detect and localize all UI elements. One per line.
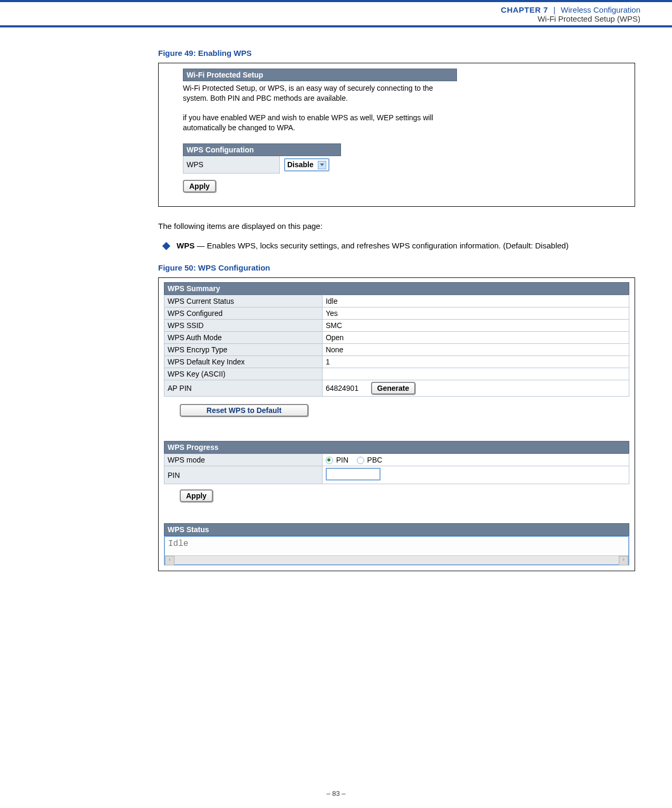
- wps-mode-pbc-label: PBC: [367, 456, 383, 464]
- intro-paragraph: The following items are displayed on thi…: [158, 222, 635, 230]
- figure50-caption: Figure 50: WPS Configuration: [158, 263, 635, 272]
- wps-setup-header: Wi-Fi Protected Setup: [183, 69, 457, 81]
- ap-pin-value: 64824901: [326, 384, 358, 392]
- generate-button[interactable]: Generate: [371, 382, 416, 395]
- wps-status-header: WPS Status: [164, 523, 629, 536]
- wps-status-value: Idle: [168, 539, 188, 549]
- summary-value: 1: [322, 356, 629, 368]
- summary-label: WPS Current Status: [164, 295, 323, 307]
- summary-value: None: [322, 344, 629, 356]
- bullet-term: WPS: [177, 241, 194, 250]
- apply-button[interactable]: Apply: [183, 180, 216, 193]
- reset-wps-button[interactable]: Reset WPS to Default: [180, 404, 308, 417]
- summary-value: [322, 368, 629, 380]
- summary-value: Idle: [322, 295, 629, 307]
- figure49-screenshot: Wi-Fi Protected Setup Wi-Fi Protected Se…: [158, 63, 635, 207]
- wps-select-value: Disable: [287, 160, 314, 169]
- scroll-right-icon[interactable]: ›: [619, 556, 628, 565]
- wps-mode-pbc-radio[interactable]: [357, 457, 364, 464]
- wps-mode-pin-radio[interactable]: [326, 457, 333, 464]
- header-title: Wireless Configuration: [561, 5, 640, 14]
- wps-summary-table: WPS Current StatusIdleWPS ConfiguredYesW…: [164, 295, 629, 397]
- summary-label: WPS Default Key Index: [164, 356, 323, 368]
- summary-value: Yes: [322, 307, 629, 320]
- ap-pin-cell: 64824901 Generate: [322, 380, 629, 397]
- wps-field-label: WPS: [183, 156, 280, 174]
- figure49-caption: Figure 49: Enabling WPS: [158, 49, 635, 57]
- summary-label: WPS SSID: [164, 320, 323, 332]
- wps-desc-1: Wi-Fi Protected Setup, or WPS, is an eas…: [183, 84, 433, 102]
- bullet-text: — Enables WPS, locks security settings, …: [194, 241, 568, 250]
- wps-select[interactable]: Disable: [284, 158, 329, 171]
- summary-label: WPS Key (ASCII): [164, 368, 323, 380]
- wps-config-header: WPS Configuration: [183, 143, 341, 156]
- scroll-left-icon[interactable]: ‹: [165, 556, 174, 565]
- bullet-item: WPS — Enables WPS, locks security settin…: [160, 240, 635, 252]
- diamond-icon: [162, 242, 171, 251]
- summary-value: Open: [322, 332, 629, 344]
- chapter-label: CHAPTER 7: [501, 5, 548, 14]
- header-subtitle: Wi-Fi Protected Setup (WPS): [538, 14, 640, 23]
- summary-value: SMC: [322, 320, 629, 332]
- ap-pin-label: AP PIN: [164, 380, 323, 397]
- page-header: CHAPTER 7 | Wireless Configuration Wi-Fi…: [0, 2, 672, 27]
- wps-status-box: Idle ‹ ›: [164, 536, 629, 565]
- wps-progress-header: WPS Progress: [164, 441, 629, 454]
- summary-label: WPS Encryp Type: [164, 344, 323, 356]
- wps-desc-2: if you have enabled WEP and wish to enab…: [183, 113, 433, 132]
- pin-input[interactable]: [326, 468, 381, 480]
- summary-label: WPS Configured: [164, 307, 323, 320]
- apply-button-2[interactable]: Apply: [180, 489, 213, 502]
- wps-summary-header: WPS Summary: [164, 282, 629, 295]
- horizontal-scrollbar[interactable]: ‹ ›: [165, 555, 628, 564]
- wps-mode-pin-label: PIN: [336, 456, 348, 464]
- page-number: – 83 –: [0, 790, 672, 797]
- wps-mode-label: WPS mode: [164, 454, 323, 466]
- summary-label: WPS Auth Mode: [164, 332, 323, 344]
- header-separator: |: [553, 5, 556, 14]
- figure50-screenshot: WPS Summary WPS Current StatusIdleWPS Co…: [158, 277, 635, 571]
- chevron-down-icon: [318, 161, 326, 169]
- pin-label: PIN: [164, 466, 323, 484]
